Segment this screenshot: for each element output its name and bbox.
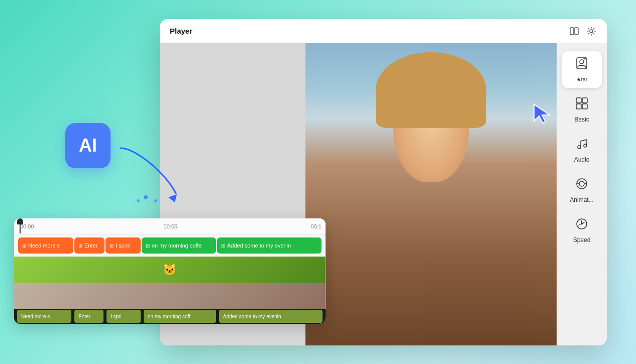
audio-strip: Need more s Enter I spri on my morning c…	[14, 309, 326, 324]
woman-thumbnail-strip	[14, 283, 326, 309]
svg-marker-8	[534, 104, 550, 123]
sidebar-item-audio[interactable]: Audio	[562, 132, 602, 168]
cat-thumbnail-strip: 🐱 🐱 🐱 🐱 🐱 🐱 🐱 🐱 🐱 🐱	[14, 257, 326, 283]
svg-rect-3	[570, 28, 574, 35]
subtitle-clips-row: ⊞ Need more s ⊞ Enter ⊞ I sprin ⊞ on my …	[14, 234, 326, 257]
time-marker-1: 00:05	[164, 223, 178, 229]
svg-rect-10	[582, 98, 587, 103]
speed-label: Speed	[573, 236, 591, 244]
time-marker-0: 00:00	[20, 223, 34, 229]
sidebar-item-speed[interactable]: Speed	[562, 212, 602, 249]
svg-rect-9	[576, 98, 581, 103]
subtitle-clip-3[interactable]: ⊞ I sprin	[105, 237, 141, 254]
sidebar-item-basic[interactable]: Basic	[562, 92, 602, 128]
audio-clip-3: I spri	[107, 310, 141, 323]
svg-rect-4	[575, 28, 578, 35]
svg-point-5	[590, 30, 593, 33]
time-marker-2: 00:1	[311, 223, 322, 229]
svg-point-14	[584, 144, 587, 147]
window-title: Player	[170, 27, 192, 35]
timeline-panel: 00:00 00:05 00:1 ⊞ Need more s ⊞ Enter ⊞…	[14, 218, 326, 324]
basic-icon	[575, 97, 588, 113]
basic-label: Basic	[574, 116, 589, 123]
avatar-label: ★tar	[576, 76, 588, 83]
right-sidebar: ★tar Basic	[557, 43, 607, 345]
svg-point-16	[579, 181, 584, 186]
ai-badge: AI	[65, 123, 111, 168]
subtitle-clip-2[interactable]: ⊞ Enter	[74, 237, 104, 254]
title-bar-icons	[569, 26, 597, 37]
video-main	[305, 43, 557, 345]
sidebar-item-avatar[interactable]: ★tar	[562, 51, 602, 88]
svg-point-1	[154, 199, 157, 202]
ai-arrow-icon	[116, 143, 186, 203]
cat-thumb-1: 🐱	[14, 257, 326, 283]
settings-button[interactable]	[586, 26, 597, 37]
animate-icon	[575, 177, 588, 193]
split-view-button[interactable]	[569, 26, 580, 37]
svg-point-2	[137, 199, 140, 202]
avatar-icon	[575, 56, 589, 73]
subtitle-clip-1[interactable]: ⊞ Need more s	[18, 237, 73, 254]
video-person	[305, 43, 557, 345]
title-bar: Player	[160, 19, 607, 43]
svg-point-0	[144, 195, 148, 199]
audio-clip-4: on my morning coff	[144, 310, 216, 323]
svg-rect-11	[576, 104, 581, 109]
woman-thumb-1	[14, 283, 326, 309]
svg-rect-12	[582, 104, 587, 109]
subtitle-clip-5[interactable]: ⊞ Added some to my evenin	[217, 237, 322, 254]
speed-icon	[575, 217, 588, 233]
audio-clip-2: Enter	[74, 310, 103, 323]
subtitle-clip-4[interactable]: ⊞ on my morning coffe	[142, 237, 216, 254]
sidebar-item-animate[interactable]: Animat...	[562, 172, 602, 208]
timeline-ruler: 00:00 00:05 00:1	[14, 218, 326, 234]
audio-icon	[575, 137, 588, 153]
audio-clip-5: Added some to my evenin	[219, 310, 323, 323]
audio-label: Audio	[574, 156, 590, 163]
svg-point-7	[580, 60, 584, 64]
audio-clip-1: Need more s	[17, 310, 71, 323]
svg-point-13	[578, 146, 581, 149]
ai-badge-label: AI	[79, 135, 97, 156]
animate-label: Animat...	[570, 196, 593, 203]
